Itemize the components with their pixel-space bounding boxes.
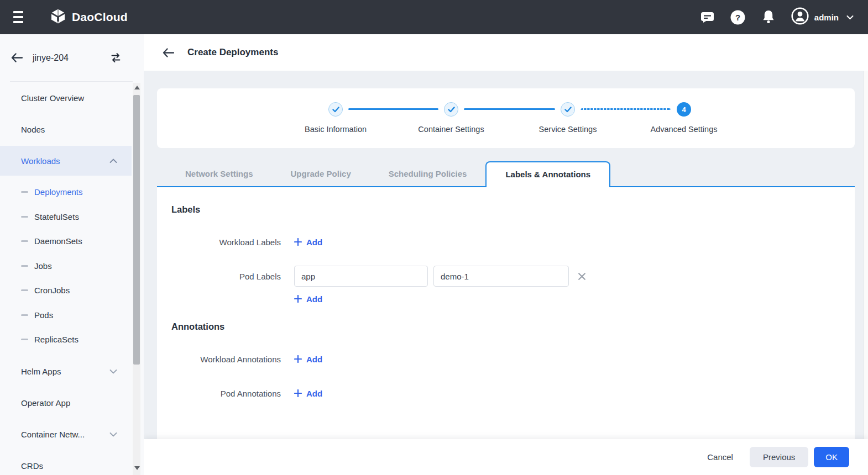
workload-annotations-label: Workload Annotations [171, 355, 281, 364]
pod-annotations-row: Pod Annotations Add [171, 382, 322, 404]
plus-icon [294, 389, 302, 397]
brand-name: DaoCloud [72, 10, 128, 24]
sidebar-item-jobs[interactable]: Jobs [0, 255, 132, 277]
stepper: 4 Basic Information Container Settings S… [157, 88, 855, 148]
divider [10, 81, 133, 82]
menu-icon[interactable] [13, 11, 24, 23]
plus-icon [294, 238, 302, 246]
step-label-basic-information: Basic Information [280, 125, 391, 134]
step-2-done[interactable] [444, 102, 458, 117]
labels-annotations-panel: Labels Workload Labels Add Pod Labels Ad… [157, 187, 855, 439]
dash-icon [21, 240, 28, 242]
pod-annotations-label: Pod Annotations [171, 389, 281, 398]
check-icon [448, 107, 455, 113]
dash-icon [21, 339, 28, 340]
page-title: Create Deployments [187, 47, 278, 58]
add-workload-annotation-button[interactable]: Add [294, 355, 322, 364]
step-connector [348, 108, 438, 110]
step-label-service-settings: Service Settings [513, 125, 623, 134]
tab-upgrade-policy[interactable]: Upgrade Policy [272, 161, 370, 187]
cancel-button[interactable]: Cancel [707, 452, 733, 462]
dash-icon [21, 191, 28, 193]
topbar: DaoCloud ? [0, 0, 868, 34]
pod-labels-row: Pod Labels [171, 265, 586, 287]
sidebar-item-statefulsets[interactable]: StatefulSets [0, 205, 132, 228]
tab-scheduling-policies[interactable]: Scheduling Policies [370, 161, 486, 187]
check-icon [332, 107, 339, 113]
dash-icon [21, 289, 28, 291]
sidebar-item-crds[interactable]: CRDs [0, 455, 132, 475]
pod-label-value-input[interactable] [433, 266, 569, 287]
scroll-down-icon[interactable] [134, 466, 140, 470]
sidebar-item-container-network[interactable]: Container Netw... [0, 423, 132, 445]
plus-icon [294, 295, 302, 303]
workload-labels-row: Workload Labels Add [171, 231, 322, 253]
labels-section-title: Labels [171, 204, 200, 215]
sidebar-item-operator-app[interactable]: Operator App [0, 392, 132, 414]
main-scrollbar[interactable] [864, 34, 868, 439]
sidebar-item-daemonsets[interactable]: DaemonSets [0, 230, 132, 252]
sidebar-scrollbar-thumb[interactable] [133, 95, 140, 365]
sidebar: jinye-204 Cluster Overview Nodes Workloa… [0, 34, 144, 475]
switch-cluster-icon[interactable] [110, 52, 122, 63]
brand-logo[interactable]: DaoCloud [50, 8, 128, 27]
wizard-footer: Cancel Previous OK [144, 439, 868, 475]
chevron-up-icon [109, 159, 117, 163]
tab-bar: Network Settings Upgrade Policy Scheduli… [157, 161, 855, 187]
check-icon [564, 107, 572, 113]
sidebar-item-deployments[interactable]: Deployments [0, 181, 132, 203]
svg-text:?: ? [735, 13, 740, 22]
sidebar-item-nodes[interactable]: Nodes [0, 118, 132, 140]
step-3-done[interactable] [561, 102, 575, 117]
step-connector-dotted [581, 108, 671, 110]
sidebar-item-workloads[interactable]: Workloads [0, 146, 132, 176]
back-icon[interactable] [163, 48, 174, 57]
chevron-down-icon [109, 432, 117, 437]
add-workload-label-button[interactable]: Add [294, 238, 322, 247]
help-icon[interactable]: ? [730, 9, 746, 25]
add-pod-label-button[interactable]: Add [294, 294, 322, 304]
user-menu[interactable]: admin [791, 7, 854, 27]
previous-button[interactable]: Previous [750, 447, 808, 467]
back-icon[interactable] [11, 53, 23, 62]
dash-icon [21, 265, 28, 267]
sidebar-item-cluster-overview[interactable]: Cluster Overview [0, 87, 132, 109]
scroll-up-icon[interactable] [134, 86, 140, 89]
tab-network-settings[interactable]: Network Settings [166, 161, 272, 187]
add-pod-annotation-button[interactable]: Add [294, 389, 322, 398]
step-1-done[interactable] [328, 102, 343, 117]
plus-icon [294, 355, 302, 363]
pod-labels-label: Pod Labels [171, 272, 281, 281]
step-4-current[interactable]: 4 [677, 102, 691, 117]
page-header: Create Deployments [144, 34, 868, 71]
remove-pod-label-icon[interactable] [578, 272, 586, 281]
annotations-section-title: Annotations [171, 321, 224, 332]
tab-labels-annotations[interactable]: Labels & Annotations [485, 161, 610, 187]
avatar-icon [791, 7, 809, 27]
chevron-down-icon [846, 15, 854, 20]
step-connector [464, 108, 555, 110]
sidebar-item-cronjobs[interactable]: CronJobs [0, 279, 132, 301]
sidebar-header: jinye-204 [0, 34, 132, 81]
bell-icon[interactable] [761, 9, 776, 25]
workload-labels-label: Workload Labels [171, 238, 281, 247]
pod-labels-add-row: Add [171, 288, 322, 310]
ok-button[interactable]: OK [814, 447, 849, 467]
cluster-name: jinye-204 [33, 53, 110, 63]
dash-icon [21, 216, 28, 218]
pod-label-key-input[interactable] [294, 266, 428, 287]
sidebar-item-pods[interactable]: Pods [0, 304, 132, 326]
sidebar-item-helm-apps[interactable]: Helm Apps [0, 360, 132, 382]
dash-icon [21, 314, 28, 316]
step-label-advanced-settings: Advanced Settings [629, 125, 739, 134]
sidebar-item-replicasets[interactable]: ReplicaSets [0, 328, 132, 350]
chevron-down-icon [109, 369, 117, 374]
workload-annotations-row: Workload Annotations Add [171, 348, 322, 370]
daocloud-cube-icon [50, 8, 66, 27]
step-label-container-settings: Container Settings [396, 125, 506, 134]
user-name: admin [814, 13, 839, 22]
message-icon[interactable] [700, 9, 715, 25]
